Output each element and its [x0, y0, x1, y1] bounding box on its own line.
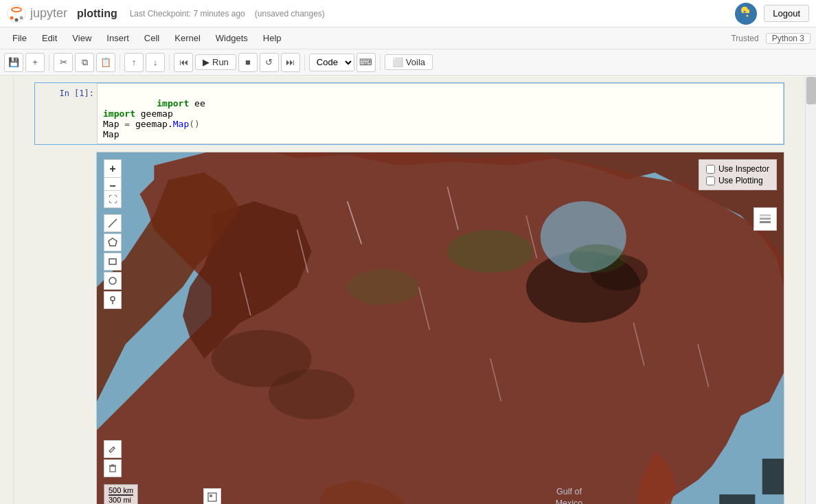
cell-type-select[interactable]: Code: [309, 54, 354, 71]
toolbar: 💾 + ✂ ⧉ 📋 ↑ ↓ ⏮ ▶ Run ■ ↺ ⏭ Code ⌨ ⬜ Voi…: [0, 49, 816, 76]
minimap-button[interactable]: [203, 488, 221, 504]
svg-rect-8: [743, 10, 749, 13]
jupyter-text: jupyter: [30, 6, 67, 21]
map-svg: Gulf of Mexico: [97, 152, 784, 504]
run-label: Run: [212, 57, 229, 67]
menu-file[interactable]: File: [5, 31, 34, 45]
header: jupyter plotting Last Checkpoint: 7 minu…: [0, 0, 816, 27]
scrollbar[interactable]: [805, 76, 816, 504]
cell-prompt: In [1]:: [35, 83, 97, 144]
voila-icon: ⬜: [392, 57, 403, 67]
scale-bar: 500 km 300 mi: [104, 484, 138, 504]
layers-button[interactable]: [753, 207, 777, 231]
unsaved-changes: (unsaved changes): [255, 9, 325, 19]
use-plotting-checkbox[interactable]: [706, 176, 715, 185]
run-button[interactable]: ▶ Run: [195, 54, 236, 70]
use-inspector-label[interactable]: Use Inspector: [718, 164, 769, 174]
menu-edit[interactable]: Edit: [35, 31, 64, 45]
cut-button[interactable]: ✂: [54, 53, 73, 72]
voila-label: Voila: [406, 57, 425, 67]
voila-button[interactable]: ⬜ Voila: [385, 54, 433, 70]
jupyter-logo: jupyter: [7, 4, 67, 23]
draw-marker-button[interactable]: [104, 291, 122, 309]
kernel-badge: Python 3: [766, 33, 811, 44]
svg-point-45: [111, 297, 115, 301]
svg-point-31: [569, 244, 626, 273]
python-logo-icon: [735, 3, 757, 25]
output-prompt: [34, 152, 96, 504]
svg-rect-48: [110, 466, 115, 472]
checkpoint-info: Last Checkpoint: 7 minutes ago: [130, 9, 245, 19]
svg-point-34: [269, 369, 354, 420]
map-container[interactable]: Gulf of Mexico + − ⛶: [96, 152, 784, 504]
logout-button[interactable]: Logout: [764, 5, 809, 22]
copy-button[interactable]: ⧉: [75, 53, 94, 72]
cell-code[interactable]: import ee import geemap Map = geemap.Map…: [97, 83, 784, 144]
menu-widgets[interactable]: Widgets: [209, 31, 255, 45]
use-inspector-checkbox[interactable]: [706, 165, 715, 174]
svg-line-47: [113, 447, 115, 448]
fullscreen-button[interactable]: ⛶: [104, 190, 122, 208]
draw-polygon-button[interactable]: [104, 233, 122, 251]
delete-button[interactable]: [104, 459, 122, 477]
notebook-name[interactable]: plotting: [77, 8, 117, 20]
notebook-area: In [1]: import ee import geemap Map = ge…: [0, 76, 816, 504]
svg-rect-52: [760, 218, 771, 220]
svg-text:Gulf of: Gulf of: [556, 487, 582, 496]
scale-km: 500 km: [109, 486, 133, 496]
svg-point-2: [10, 16, 14, 19]
menu-insert[interactable]: Insert: [100, 31, 136, 45]
jupyter-logo-icon: [7, 4, 26, 23]
svg-rect-55: [209, 494, 212, 497]
svg-marker-42: [109, 238, 117, 246]
svg-rect-36: [719, 494, 755, 504]
inspector-panel: Use Inspector Use Plotting: [699, 159, 777, 190]
svg-line-41: [109, 219, 117, 227]
trusted-badge: Trusted: [725, 34, 764, 43]
main-content: In [1]: import ee import geemap Map = ge…: [14, 76, 805, 504]
map-output-cell: Gulf of Mexico + − ⛶: [34, 152, 784, 504]
svg-rect-53: [760, 214, 771, 216]
edit-button[interactable]: [104, 440, 122, 458]
left-sidebar: [0, 76, 14, 504]
stop-button[interactable]: ■: [238, 53, 258, 72]
svg-point-10: [747, 14, 749, 16]
menu-cell[interactable]: Cell: [137, 31, 166, 45]
draw-pencil-button[interactable]: [104, 214, 122, 232]
menu-kernel[interactable]: Kernel: [168, 31, 207, 45]
skip-to-start-button[interactable]: ⏮: [174, 53, 193, 72]
menu-help[interactable]: Help: [256, 31, 288, 45]
restart-run-button[interactable]: ⏭: [281, 53, 300, 72]
svg-rect-37: [762, 459, 784, 494]
svg-point-32: [348, 269, 419, 305]
svg-rect-43: [109, 259, 116, 264]
svg-point-4: [15, 18, 19, 21]
use-plotting-label[interactable]: Use Plotting: [718, 176, 763, 185]
svg-rect-51: [760, 221, 771, 223]
move-up-button[interactable]: ↑: [124, 53, 144, 72]
add-cell-button[interactable]: +: [25, 53, 45, 72]
restart-button[interactable]: ↺: [260, 53, 279, 72]
draw-circle-button[interactable]: [104, 272, 122, 290]
save-button[interactable]: 💾: [4, 53, 23, 72]
move-down-button[interactable]: ↓: [146, 53, 165, 72]
run-icon: ▶: [203, 57, 209, 67]
svg-text:Mexico: Mexico: [556, 499, 583, 504]
paste-button[interactable]: 📋: [96, 53, 115, 72]
svg-point-44: [109, 277, 116, 284]
menubar: File Edit View Insert Cell Kernel Widget…: [0, 27, 816, 49]
menu-view[interactable]: View: [65, 31, 98, 45]
svg-point-9: [744, 10, 746, 12]
code-cell[interactable]: In [1]: import ee import geemap Map = ge…: [34, 82, 784, 145]
svg-point-30: [447, 230, 533, 273]
scale-mi: 300 mi: [109, 496, 133, 504]
zoom-in-button[interactable]: +: [104, 159, 122, 177]
draw-rectangle-button[interactable]: [104, 253, 122, 271]
svg-point-3: [20, 16, 23, 19]
keyboard-shortcut-button[interactable]: ⌨: [356, 53, 376, 72]
